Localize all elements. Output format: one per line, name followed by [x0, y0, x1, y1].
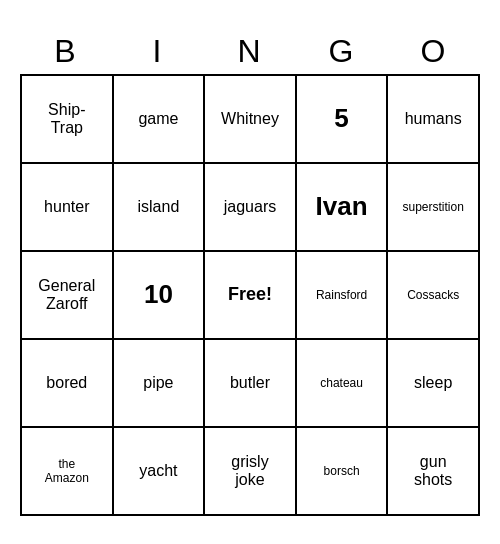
bingo-cell-19: sleep [388, 340, 480, 428]
bingo-cell-11: 10 [114, 252, 206, 340]
bingo-card: BINGO Ship-TrapgameWhitney5humanshunteri… [20, 29, 480, 516]
bingo-cell-21: yacht [114, 428, 206, 516]
bingo-cell-5: hunter [22, 164, 114, 252]
bingo-cell-9: superstition [388, 164, 480, 252]
bingo-cell-3: 5 [297, 76, 389, 164]
bingo-cell-23: borsch [297, 428, 389, 516]
bingo-cell-2: Whitney [205, 76, 297, 164]
bingo-cell-4: humans [388, 76, 480, 164]
bingo-cell-22: grislyjoke [205, 428, 297, 516]
bingo-cell-8: Ivan [297, 164, 389, 252]
bingo-cell-20: theAmazon [22, 428, 114, 516]
bingo-grid: Ship-TrapgameWhitney5humanshunterislandj… [20, 74, 480, 516]
bingo-cell-16: pipe [114, 340, 206, 428]
bingo-cell-12: Free! [205, 252, 297, 340]
bingo-cell-10: GeneralZaroff [22, 252, 114, 340]
bingo-cell-0: Ship-Trap [22, 76, 114, 164]
bingo-cell-15: bored [22, 340, 114, 428]
header-letter: B [20, 29, 112, 74]
bingo-cell-1: game [114, 76, 206, 164]
bingo-cell-14: Cossacks [388, 252, 480, 340]
header-letter: O [388, 29, 480, 74]
bingo-cell-17: butler [205, 340, 297, 428]
bingo-cell-24: gunshots [388, 428, 480, 516]
header-letter: I [112, 29, 204, 74]
bingo-cell-6: island [114, 164, 206, 252]
bingo-header: BINGO [20, 29, 480, 74]
bingo-cell-13: Rainsford [297, 252, 389, 340]
header-letter: G [296, 29, 388, 74]
bingo-cell-7: jaguars [205, 164, 297, 252]
bingo-cell-18: chateau [297, 340, 389, 428]
header-letter: N [204, 29, 296, 74]
